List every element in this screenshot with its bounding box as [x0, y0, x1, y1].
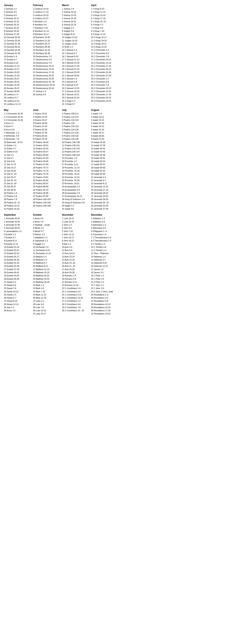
day-row: 19 Job 18-20 — [4, 169, 32, 172]
day-row: 14 1 Samuel 1-3 — [62, 48, 90, 52]
day-row: 28 Leviticus 1-4 — [4, 93, 32, 96]
month-col-february: February1 Leviticus 14-162 Leviticus 17-… — [33, 4, 62, 106]
day-row: 25 Exodus 32-34 — [4, 83, 32, 86]
day-row: 30 Revelations 17-18 — [91, 309, 119, 312]
day-row: 29 Song Of Solomon 5-8 — [62, 201, 90, 204]
day-row: 5 Joshua 19-21 — [62, 20, 90, 23]
day-row: 25 Psalms 91-93 — [33, 188, 61, 192]
day-row: 2 Luke 22-24 — [62, 220, 90, 223]
day-row: 9 Acts 1-2 — [62, 242, 90, 246]
day-row: 20 Isaiah 64-66 — [91, 172, 119, 176]
day-row: 5 1 Kings 20 -22 — [91, 20, 119, 23]
day-row: 17 James 1-2 — [91, 268, 119, 271]
day-row: 25 2 Samuel 9-12 — [62, 83, 90, 86]
day-row: 17 Isaiah 55-57 — [91, 163, 119, 166]
day-row: 7 1 Thessalonians 1-5 — [91, 236, 119, 239]
day-row: 25 Mark 11-13 — [33, 293, 61, 296]
day-row: 2 2 Chronicles 30-32 — [4, 115, 32, 118]
day-row: 19 1 Chronicles 17-19 — [91, 64, 119, 68]
day-row: 16 Job 8-10 — [4, 160, 32, 163]
day-row: 12 Ezekiel 22-24 — [4, 252, 32, 255]
day-row: 13 2 Kings 22-25 — [91, 45, 119, 48]
day-row: 4 Jeremiah 50-52 — [4, 226, 32, 230]
day-row: 7 Psalms 127-129 — [62, 131, 90, 134]
day-row: 29 Psalms 10 -12 — [4, 201, 32, 204]
day-row: 30 Leviticus 8-10 — [4, 99, 32, 102]
day-row: 14 Numbers 31-33 — [33, 48, 61, 52]
day-row: 26 Hosea 5-7 — [4, 296, 32, 299]
day-row: 19 Isaiah 61-63 — [91, 169, 119, 172]
day-row: 16 1 Chronicles 7-9 — [91, 55, 119, 58]
day-row: 6 Genesis 16-19 — [4, 23, 32, 26]
day-row: 14 Matthew 1-4 — [33, 258, 61, 261]
day-row: 24 Ecclesiastes 1-3 — [62, 185, 90, 188]
day-row: 5 Ezra 5-7 — [4, 125, 32, 128]
day-row: 28 Psalms 100-102 — [33, 198, 61, 201]
day-row: 9 2 Kings 11-14 — [91, 32, 119, 36]
day-row: 23 Psalms 85-87 — [33, 182, 61, 185]
day-row: 14 Psalms 148-150 — [62, 154, 90, 156]
calendar-container: January1 Genesis 1-22 Genesis 3-53 Genes… — [4, 4, 120, 315]
day-row: 6 John 11-13 — [62, 233, 90, 236]
month-col-january: January1 Genesis 1-22 Genesis 3-53 Genes… — [4, 4, 33, 106]
day-row: 18 Isaiah 58-60 — [91, 166, 119, 169]
day-row: 27 Ecclesiastes 10-12 — [62, 194, 90, 198]
day-row: 17 1 Samuel 11-13 — [62, 58, 90, 61]
day-row: 8 Ezekiel 8-11 — [4, 239, 32, 242]
day-row: 3 1 Kings 14-16 — [91, 14, 119, 17]
day-row: 8 Numbers 11-14 — [33, 30, 61, 32]
day-row: 14 Hebrews 5-7 — [91, 258, 119, 261]
day-row: 12 Titus - Philemon — [91, 252, 119, 255]
day-row: 26 Mark 14-16 — [33, 296, 61, 299]
day-row: 7 2 Kings 4-6 — [91, 26, 119, 30]
day-row: 18 James 3-5 — [91, 271, 119, 274]
day-row: 8 Nehemiah. 4-6 — [4, 134, 32, 138]
day-row: 13 Psalms 55-57 — [33, 150, 61, 153]
day-row: 27 Revelations 6-9 — [91, 299, 119, 302]
day-row: 30 2 Chronicles 23-25 — [91, 99, 119, 102]
day-row: 21 Daniel 1-3 — [4, 280, 32, 284]
day-row: 22 Exodus 21-24 — [4, 74, 32, 77]
day-row: 14 Psalms 58-60 — [33, 154, 61, 156]
day-row: 15 Genesis 47-50 — [4, 52, 32, 55]
day-row: 27 Joshua 1-3 — [33, 90, 61, 93]
day-row: 21 Matthew 26-28 — [33, 280, 61, 284]
day-row: 17 Exodus 5-7 — [4, 58, 32, 61]
day-row: 23 1 Corinthians 1-4 — [62, 287, 90, 290]
day-row: 16 Psalms 64-66 — [33, 160, 61, 163]
day-row: 14 Isaiah 46-48 — [91, 154, 119, 156]
day-row: 9 Judges 9-12 — [62, 32, 90, 36]
day-row: 25 Hosea 1-4 — [4, 293, 32, 296]
day-row: 9 Isaiah 31-33 — [91, 138, 119, 140]
day-row: 10 Nehemiah. 10-13 — [4, 141, 32, 144]
day-row: 12 Acts 10-12 — [62, 252, 90, 255]
day-row: 13 Hebrews 1-4 — [91, 255, 119, 258]
day-row: 26 Jeremiah 20-22 — [91, 192, 119, 194]
day-row: 22 Deuteronomy 20-22 — [33, 74, 61, 77]
day-row: 24 Mark 7-10 — [33, 290, 61, 293]
day-row: 19 Ezekiel 43-45 — [4, 274, 32, 277]
day-row: 1 Luke 18-21 — [62, 217, 90, 220]
day-row: 7 John 14-17 — [62, 236, 90, 239]
day-row: 15 Psalms 61-63 — [33, 156, 61, 160]
day-row: 6 Ezekiel 1-3 — [4, 233, 32, 236]
day-row: 14 1 Chronicles 1-3 — [91, 48, 119, 52]
day-row: 4 Leviticus 24-27 — [33, 17, 61, 20]
day-row: 20 Job 21 -24 — [4, 172, 32, 176]
day-row: 20 Ezekiel 46-48 — [4, 277, 32, 280]
day-row: 4 Ephesians 4-6 — [91, 226, 119, 230]
day-row: 9 Ezekiel 12-14 — [4, 242, 32, 246]
day-row: 5 Philippians 1 -4 — [91, 230, 119, 233]
day-row: 21 Proverbs. 22-24 — [62, 176, 90, 179]
day-row: 20 Psalms 76-78 — [33, 172, 61, 176]
day-row: 4 Psalms 119 — [62, 122, 90, 125]
day-row: 26 Revelations 4-5 — [91, 296, 119, 299]
day-row: 6 Isaiah 22-24 — [91, 128, 119, 131]
day-row: 2 Isaiah 10-12 — [91, 115, 119, 118]
day-row: 6 Psalms 124-126 — [62, 128, 90, 131]
day-row: 9 Genesis 27-29 — [4, 32, 32, 36]
day-row: 9 1 Timothy 1-3 — [91, 242, 119, 246]
day-row: 8 Genesis 23-26 — [4, 30, 32, 32]
day-row: 30 Psalms 13-15 — [4, 204, 32, 207]
day-row: 12 Numbers 25-27 — [33, 42, 61, 45]
